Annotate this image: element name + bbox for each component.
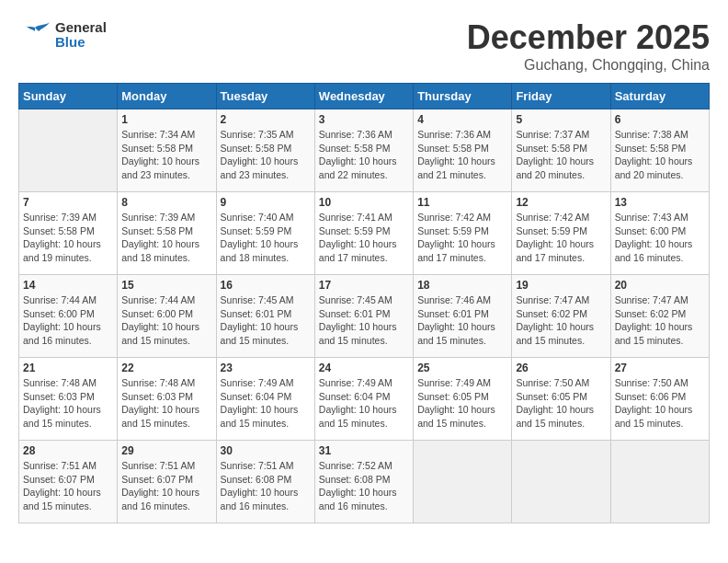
day-number: 24 bbox=[319, 362, 409, 374]
day-info: Sunrise: 7:46 AM Sunset: 6:01 PM Dayligh… bbox=[417, 293, 507, 348]
day-info: Sunrise: 7:48 AM Sunset: 6:03 PM Dayligh… bbox=[121, 376, 211, 431]
calendar-day-cell: 6Sunrise: 7:38 AM Sunset: 5:58 PM Daylig… bbox=[610, 109, 709, 192]
empty-cell bbox=[610, 441, 709, 523]
empty-cell bbox=[512, 441, 610, 523]
calendar-day-cell: 25Sunrise: 7:49 AM Sunset: 6:05 PM Dayli… bbox=[414, 358, 512, 441]
day-info: Sunrise: 7:44 AM Sunset: 6:00 PM Dayligh… bbox=[121, 293, 211, 348]
day-info: Sunrise: 7:52 AM Sunset: 6:08 PM Dayligh… bbox=[319, 459, 409, 513]
calendar-day-cell: 4Sunrise: 7:36 AM Sunset: 5:58 PM Daylig… bbox=[414, 109, 512, 192]
day-number: 21 bbox=[23, 362, 113, 374]
page-header: General Blue December 2025 Guchang, Chon… bbox=[18, 18, 710, 74]
logo-bird-icon bbox=[18, 18, 51, 52]
calendar-day-cell: 16Sunrise: 7:45 AM Sunset: 6:01 PM Dayli… bbox=[216, 275, 314, 358]
day-info: Sunrise: 7:49 AM Sunset: 6:04 PM Dayligh… bbox=[319, 376, 409, 431]
day-header-sunday: Sunday bbox=[19, 84, 118, 109]
calendar-day-cell: 31Sunrise: 7:52 AM Sunset: 6:08 PM Dayli… bbox=[314, 441, 413, 523]
calendar-day-cell: 2Sunrise: 7:35 AM Sunset: 5:58 PM Daylig… bbox=[216, 109, 314, 192]
logo-text-blue: Blue bbox=[55, 35, 107, 51]
day-number: 25 bbox=[417, 362, 507, 374]
day-info: Sunrise: 7:37 AM Sunset: 5:58 PM Dayligh… bbox=[516, 128, 606, 182]
calendar-day-cell: 1Sunrise: 7:34 AM Sunset: 5:58 PM Daylig… bbox=[118, 109, 216, 192]
day-number: 14 bbox=[23, 279, 113, 292]
calendar-week-row: 28Sunrise: 7:51 AM Sunset: 6:07 PM Dayli… bbox=[19, 441, 710, 523]
title-section: December 2025 Guchang, Chongqing, China bbox=[467, 18, 710, 74]
day-number: 18 bbox=[417, 279, 507, 292]
day-info: Sunrise: 7:36 AM Sunset: 5:58 PM Dayligh… bbox=[417, 128, 507, 182]
day-number: 22 bbox=[121, 362, 211, 374]
day-info: Sunrise: 7:50 AM Sunset: 6:06 PM Dayligh… bbox=[615, 376, 705, 431]
day-info: Sunrise: 7:39 AM Sunset: 5:58 PM Dayligh… bbox=[121, 211, 211, 265]
day-number: 23 bbox=[221, 362, 311, 374]
day-info: Sunrise: 7:47 AM Sunset: 6:02 PM Dayligh… bbox=[516, 293, 606, 348]
day-header-tuesday: Tuesday bbox=[216, 84, 314, 109]
location-title: Guchang, Chongqing, China bbox=[467, 57, 710, 74]
calendar-day-cell: 21Sunrise: 7:48 AM Sunset: 6:03 PM Dayli… bbox=[19, 358, 118, 441]
calendar-day-cell: 12Sunrise: 7:42 AM Sunset: 5:59 PM Dayli… bbox=[512, 192, 610, 275]
day-number: 13 bbox=[615, 196, 705, 209]
day-number: 15 bbox=[121, 279, 211, 292]
day-number: 28 bbox=[23, 444, 113, 457]
day-number: 31 bbox=[319, 444, 409, 457]
day-info: Sunrise: 7:42 AM Sunset: 5:59 PM Dayligh… bbox=[417, 211, 507, 265]
calendar-day-cell: 23Sunrise: 7:49 AM Sunset: 6:04 PM Dayli… bbox=[216, 358, 314, 441]
day-header-friday: Friday bbox=[512, 84, 610, 109]
day-number: 29 bbox=[121, 444, 211, 457]
calendar-day-cell: 15Sunrise: 7:44 AM Sunset: 6:00 PM Dayli… bbox=[118, 275, 216, 358]
day-info: Sunrise: 7:40 AM Sunset: 5:59 PM Dayligh… bbox=[221, 211, 311, 265]
calendar-day-cell: 3Sunrise: 7:36 AM Sunset: 5:58 PM Daylig… bbox=[314, 109, 413, 192]
day-header-monday: Monday bbox=[118, 84, 216, 109]
calendar-week-row: 21Sunrise: 7:48 AM Sunset: 6:03 PM Dayli… bbox=[19, 358, 710, 441]
day-number: 6 bbox=[615, 113, 705, 126]
calendar-day-cell: 22Sunrise: 7:48 AM Sunset: 6:03 PM Dayli… bbox=[118, 358, 216, 441]
day-info: Sunrise: 7:51 AM Sunset: 6:08 PM Dayligh… bbox=[221, 459, 311, 513]
calendar-day-cell: 5Sunrise: 7:37 AM Sunset: 5:58 PM Daylig… bbox=[512, 109, 610, 192]
day-info: Sunrise: 7:39 AM Sunset: 5:58 PM Dayligh… bbox=[23, 211, 113, 265]
calendar-day-cell: 29Sunrise: 7:51 AM Sunset: 6:07 PM Dayli… bbox=[118, 441, 216, 523]
calendar-day-cell: 30Sunrise: 7:51 AM Sunset: 6:08 PM Dayli… bbox=[216, 441, 314, 523]
day-info: Sunrise: 7:47 AM Sunset: 6:02 PM Dayligh… bbox=[615, 293, 705, 348]
day-number: 5 bbox=[516, 113, 606, 126]
day-info: Sunrise: 7:51 AM Sunset: 6:07 PM Dayligh… bbox=[23, 459, 113, 513]
day-header-saturday: Saturday bbox=[610, 84, 709, 109]
day-info: Sunrise: 7:38 AM Sunset: 5:58 PM Dayligh… bbox=[615, 128, 705, 182]
logo: General Blue bbox=[18, 18, 107, 52]
day-info: Sunrise: 7:43 AM Sunset: 6:00 PM Dayligh… bbox=[615, 211, 705, 265]
day-info: Sunrise: 7:36 AM Sunset: 5:58 PM Dayligh… bbox=[319, 128, 409, 182]
calendar-day-cell: 7Sunrise: 7:39 AM Sunset: 5:58 PM Daylig… bbox=[19, 192, 118, 275]
calendar-day-cell: 10Sunrise: 7:41 AM Sunset: 5:59 PM Dayli… bbox=[314, 192, 413, 275]
calendar-day-cell: 9Sunrise: 7:40 AM Sunset: 5:59 PM Daylig… bbox=[216, 192, 314, 275]
day-header-thursday: Thursday bbox=[414, 84, 512, 109]
day-number: 17 bbox=[319, 279, 409, 292]
day-number: 8 bbox=[121, 196, 211, 209]
day-info: Sunrise: 7:49 AM Sunset: 6:04 PM Dayligh… bbox=[221, 376, 311, 431]
day-number: 11 bbox=[417, 196, 507, 209]
day-number: 20 bbox=[615, 279, 705, 292]
empty-cell bbox=[19, 109, 118, 192]
day-number: 9 bbox=[221, 196, 311, 209]
day-number: 7 bbox=[23, 196, 113, 209]
day-info: Sunrise: 7:44 AM Sunset: 6:00 PM Dayligh… bbox=[23, 293, 113, 348]
day-number: 1 bbox=[121, 113, 211, 126]
calendar-header-row: SundayMondayTuesdayWednesdayThursdayFrid… bbox=[19, 84, 710, 109]
day-info: Sunrise: 7:45 AM Sunset: 6:01 PM Dayligh… bbox=[319, 293, 409, 348]
calendar-day-cell: 26Sunrise: 7:50 AM Sunset: 6:05 PM Dayli… bbox=[512, 358, 610, 441]
day-info: Sunrise: 7:34 AM Sunset: 5:58 PM Dayligh… bbox=[121, 128, 211, 182]
calendar-day-cell: 20Sunrise: 7:47 AM Sunset: 6:02 PM Dayli… bbox=[610, 275, 709, 358]
calendar-day-cell: 14Sunrise: 7:44 AM Sunset: 6:00 PM Dayli… bbox=[19, 275, 118, 358]
calendar-week-row: 14Sunrise: 7:44 AM Sunset: 6:00 PM Dayli… bbox=[19, 275, 710, 358]
logo-text-general: General bbox=[55, 20, 107, 36]
calendar-day-cell: 19Sunrise: 7:47 AM Sunset: 6:02 PM Dayli… bbox=[512, 275, 610, 358]
day-info: Sunrise: 7:35 AM Sunset: 5:58 PM Dayligh… bbox=[221, 128, 311, 182]
calendar-day-cell: 11Sunrise: 7:42 AM Sunset: 5:59 PM Dayli… bbox=[414, 192, 512, 275]
day-number: 19 bbox=[516, 279, 606, 292]
day-number: 30 bbox=[221, 444, 311, 457]
day-info: Sunrise: 7:51 AM Sunset: 6:07 PM Dayligh… bbox=[121, 459, 211, 513]
day-number: 16 bbox=[221, 279, 311, 292]
empty-cell bbox=[414, 441, 512, 523]
calendar-table: SundayMondayTuesdayWednesdayThursdayFrid… bbox=[18, 83, 710, 523]
day-info: Sunrise: 7:49 AM Sunset: 6:05 PM Dayligh… bbox=[417, 376, 507, 431]
day-number: 3 bbox=[319, 113, 409, 126]
calendar-day-cell: 27Sunrise: 7:50 AM Sunset: 6:06 PM Dayli… bbox=[610, 358, 709, 441]
day-number: 12 bbox=[516, 196, 606, 209]
calendar-day-cell: 17Sunrise: 7:45 AM Sunset: 6:01 PM Dayli… bbox=[314, 275, 413, 358]
